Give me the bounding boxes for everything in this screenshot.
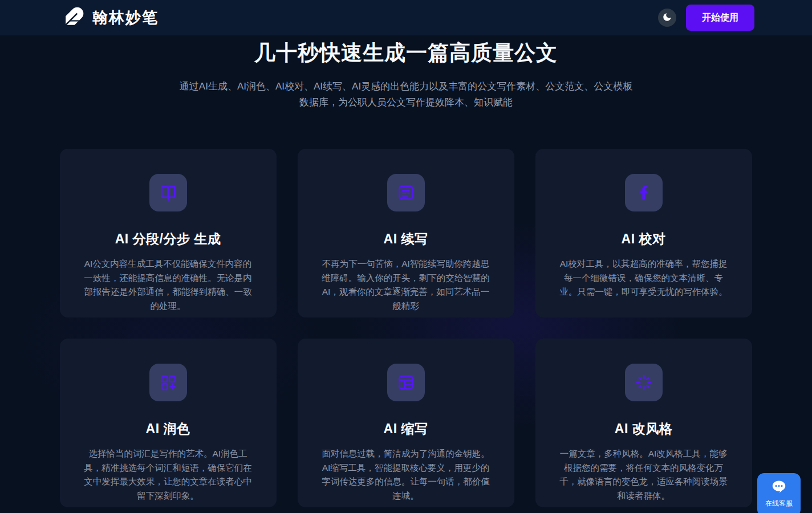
feature-description: 一篇文章，多种风格。AI改风格工具，能够根据您的需要，将任何文本的风格变化万千，… [557,447,731,503]
spinner-burst-icon [634,373,653,392]
online-support-label: 在线客服 [765,499,793,508]
online-support-button[interactable]: 在线客服 [757,473,801,513]
icon-tile [149,174,187,211]
icon-tile [387,364,425,401]
feature-title: AI 缩写 [315,420,497,438]
icon-tile [149,364,187,401]
feature-title: AI 润色 [77,420,259,438]
letter-f-icon [634,183,653,202]
feature-card-style-change: AI 改风格 一篇文章，多种风格。AI改风格工具，能够根据您的需要，将任何文本的… [535,339,752,507]
theme-toggle-button[interactable] [658,9,676,27]
feather-quill-icon [60,5,86,30]
brand-name: 翰林妙笔 [92,7,159,28]
hero-subtitle: 通过AI生成、AI润色、AI校对、AI续写、AI灵感的出色能力以及丰富的公文写作… [178,79,634,111]
grid-plus-icon [159,373,178,392]
feature-description: 面对信息过载，简洁成为了沟通的金钥匙。AI缩写工具，智能提取核心要义，用更少的字… [319,447,493,503]
feature-grid: AI 分段/分步 生成 AI公文内容生成工具不仅能确保文件内容的一致性，还能提高… [60,149,753,507]
article-lines-icon [396,183,416,202]
feature-title: AI 续写 [315,230,497,248]
moon-icon [662,12,672,24]
feature-title: AI 校对 [553,230,735,248]
feature-card-abbreviate: AI 缩写 面对信息过载，简洁成为了沟通的金钥匙。AI缩写工具，智能提取核心要义… [298,339,514,507]
book-open-icon [159,183,178,202]
navbar-actions: 开始使用 [658,5,754,31]
icon-tile [625,174,663,211]
brand-logo[interactable]: 翰林妙笔 [60,5,159,30]
icon-tile [625,364,663,401]
feature-card-polish: AI 润色 选择恰当的词汇是写作的艺术。AI润色工具，精准挑选每个词汇和短语，确… [60,339,277,507]
feature-title: AI 分段/分步 生成 [77,230,259,248]
navbar: 翰林妙笔 开始使用 [0,0,812,35]
feature-description: AI校对工具，以其超高的准确率，帮您捕捉每一个细微错误，确保您的文本清晰、专业。… [557,257,731,299]
feature-title: AI 改风格 [553,420,735,438]
feature-card-segmented-generation: AI 分段/分步 生成 AI公文内容生成工具不仅能确保文件内容的一致性，还能提高… [60,149,277,317]
feature-card-continuation: AI 续写 不再为下一句苦恼，AI智能续写助你跨越思维障碍。输入你的开头，剩下的… [298,149,514,317]
start-using-button[interactable]: 开始使用 [686,5,754,31]
feature-description: 不再为下一句苦恼，AI智能续写助你跨越思维障碍。输入你的开头，剩下的交给智慧的A… [319,257,493,313]
chat-bubble-icon [770,478,787,497]
icon-tile [387,174,425,211]
feature-description: AI公文内容生成工具不仅能确保文件内容的一致性，还能提高信息的准确性。无论是内部… [81,257,255,313]
hero-section: 几十秒快速生成一篇高质量公文 通过AI生成、AI润色、AI校对、AI续写、AI灵… [0,35,812,111]
page-title: 几十秒快速生成一篇高质量公文 [0,40,812,66]
feature-card-proofread: AI 校对 AI校对工具，以其超高的准确率，帮您捕捉每一个细微错误，确保您的文本… [535,149,752,317]
feature-description: 选择恰当的词汇是写作的艺术。AI润色工具，精准挑选每个词汇和短语，确保它们在文中… [81,447,255,503]
layout-panels-icon [396,373,416,392]
